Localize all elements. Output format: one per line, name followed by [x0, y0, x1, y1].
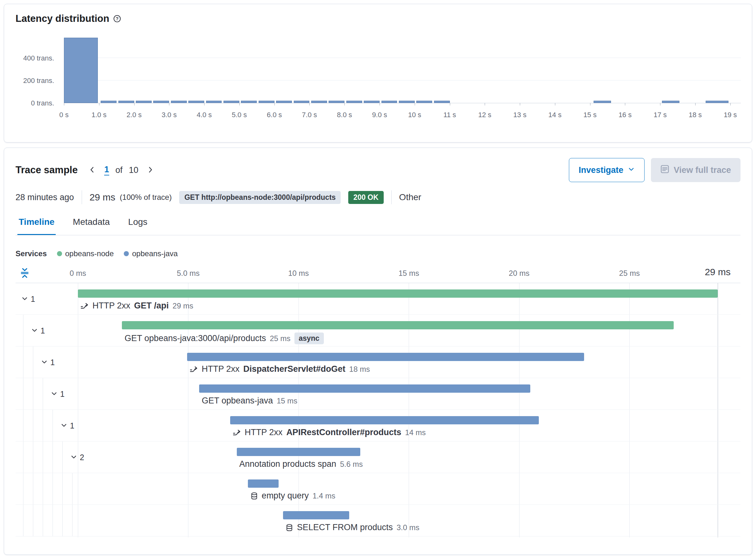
span-label[interactable]: Annotation products span5.6 ms: [239, 459, 363, 469]
tree-guide: [43, 410, 43, 441]
x-axis-tick: [695, 103, 696, 105]
expand-toggle[interactable]: 1: [40, 356, 56, 368]
span-duration: 29 ms: [173, 302, 193, 310]
trace-sample-header: Trace sample 1 of 10 Investigate: [16, 158, 740, 182]
timeline-ruler: 0 ms5.0 ms10 ms15 ms20 ms25 ms29 ms: [16, 265, 740, 283]
histogram-bar[interactable]: [364, 101, 380, 103]
help-icon[interactable]: ?: [113, 15, 121, 23]
span-bar[interactable]: [248, 479, 279, 488]
span-bar[interactable]: [199, 384, 530, 393]
trace-pagination: 1 of 10: [86, 164, 156, 176]
span-label[interactable]: HTTP 2xxAPIRestController#products14 ms: [233, 428, 426, 437]
histogram-bar[interactable]: [188, 101, 204, 103]
histogram-bar[interactable]: [224, 101, 239, 103]
current-page[interactable]: 1: [104, 165, 109, 175]
y-axis-label: 400 trans.: [23, 54, 54, 62]
transaction-icon: [233, 429, 241, 437]
trace-duration: 29 ms: [89, 192, 115, 203]
latency-chart: 0 trans.200 trans.400 trans. 0 s1.0 s2.0…: [16, 26, 740, 131]
span-bar[interactable]: [78, 289, 718, 298]
chevron-left-icon: [88, 166, 96, 175]
tab-timeline[interactable]: Timeline: [18, 214, 56, 235]
histogram-bar[interactable]: [662, 101, 679, 103]
span-duration: 18 ms: [349, 365, 370, 374]
x-axis-tick: [450, 103, 450, 105]
latency-panel-header: Latency distribution ?: [16, 13, 740, 24]
span-label[interactable]: SELECT FROM products3.0 ms: [286, 523, 419, 532]
x-axis-label: 13 s: [513, 111, 526, 119]
expand-toggle[interactable]: 1: [20, 293, 36, 305]
histogram-bar[interactable]: [311, 101, 327, 103]
timeline-tick-label: 20 ms: [509, 269, 529, 278]
x-axis-tick: [239, 103, 240, 105]
histogram-bar[interactable]: [294, 101, 310, 103]
span-bar[interactable]: [187, 353, 584, 361]
x-axis-tick: [730, 103, 731, 105]
histogram-bar[interactable]: [119, 101, 134, 103]
histogram-bar[interactable]: [171, 101, 187, 103]
services-legend: Services opbeans-node opbeans-java: [16, 249, 740, 258]
histogram-bar[interactable]: [329, 101, 344, 103]
x-axis-label: 15 s: [583, 111, 597, 119]
tab-metadata[interactable]: Metadata: [72, 214, 111, 235]
next-sample-button[interactable]: [145, 164, 156, 176]
span-bar[interactable]: [122, 321, 673, 329]
x-axis-tick: [275, 103, 275, 105]
y-axis-label: 0 trans.: [31, 99, 54, 107]
histogram-bar[interactable]: [259, 101, 275, 103]
histogram-bar[interactable]: [434, 101, 450, 103]
legend-label: opbeans-java: [132, 249, 178, 258]
span-bar[interactable]: [230, 416, 539, 424]
span-label[interactable]: HTTP 2xxGET /api29 ms: [80, 301, 193, 311]
span-label[interactable]: empty query1.4 ms: [251, 491, 336, 501]
tree-guide: [53, 441, 53, 473]
span-label[interactable]: HTTP 2xxDispatcherServlet#doGet18 ms: [190, 364, 370, 374]
transaction-icon: [190, 365, 198, 373]
histogram-bar[interactable]: [416, 101, 432, 103]
tab-logs[interactable]: Logs: [127, 214, 149, 235]
histogram-bar[interactable]: [136, 101, 152, 103]
tree-guide: [53, 505, 53, 536]
x-axis-tick: [99, 103, 99, 105]
histogram-bar[interactable]: [382, 101, 397, 103]
expand-toggle[interactable]: 1: [49, 388, 66, 400]
tree-guide: [53, 410, 53, 441]
expand-toggle[interactable]: 1: [30, 325, 46, 336]
histogram-bar[interactable]: [399, 101, 415, 103]
histogram-bar[interactable]: [206, 101, 222, 103]
span-label[interactable]: GET opbeans-java:3000/api/products25 msa…: [124, 332, 323, 344]
span-label[interactable]: GET opbeans-java15 ms: [202, 396, 297, 406]
chevron-down-icon: [60, 422, 68, 429]
span-name: DispatcherServlet#doGet: [243, 364, 345, 374]
view-full-trace-button[interactable]: View full trace: [651, 158, 740, 182]
histogram-bar[interactable]: [594, 101, 611, 103]
x-axis-label: 7.0 s: [302, 111, 317, 119]
svg-text:?: ?: [116, 16, 119, 21]
database-icon: [286, 524, 293, 531]
histogram-bar[interactable]: [153, 101, 169, 103]
histogram-bar[interactable]: [706, 101, 728, 103]
histogram-bar[interactable]: [101, 101, 116, 103]
span-bar[interactable]: [237, 448, 360, 456]
investigate-button[interactable]: Investigate: [569, 158, 645, 182]
x-axis-label: 10 s: [408, 111, 421, 119]
histogram-bar[interactable]: [346, 101, 362, 103]
tree-guide: [43, 378, 43, 409]
prev-sample-button[interactable]: [86, 164, 98, 176]
expand-toggle[interactable]: 1: [59, 420, 76, 431]
tree-guide: [62, 505, 63, 536]
span-name: Annotation products span: [239, 459, 336, 469]
histogram-bar[interactable]: [276, 101, 292, 103]
expand-toggle[interactable]: 2: [69, 451, 85, 463]
x-axis-tick: [555, 103, 555, 105]
services-label: Services: [16, 249, 47, 258]
latency-plot: [64, 36, 741, 103]
x-axis-tick: [64, 103, 64, 105]
divider: [82, 190, 82, 204]
tree-guide: [23, 473, 23, 505]
histogram-bar[interactable]: [241, 101, 257, 103]
x-axis-label: 8.0 s: [337, 111, 352, 119]
span-name: empty query: [262, 491, 309, 501]
span-bar[interactable]: [283, 511, 349, 519]
histogram-bar[interactable]: [64, 38, 98, 103]
